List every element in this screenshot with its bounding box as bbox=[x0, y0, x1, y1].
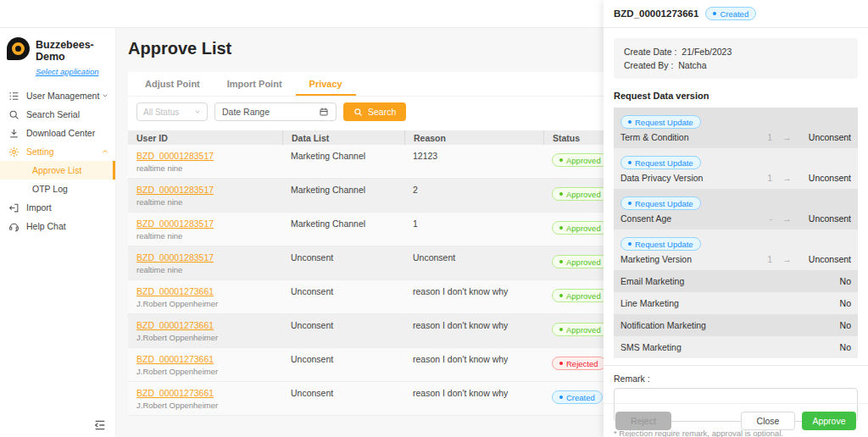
status-badge: Created bbox=[552, 390, 603, 404]
status-dot-icon bbox=[559, 260, 563, 263]
approve-button[interactable]: Approve bbox=[802, 412, 856, 430]
reject-button[interactable]: Reject bbox=[615, 412, 671, 430]
request-item: Request Update Consent Age - Unconsent bbox=[614, 189, 858, 230]
sidebar-item-setting[interactable]: Setting bbox=[0, 142, 115, 161]
status-filter-select[interactable]: All Status bbox=[136, 102, 208, 121]
request-value: No bbox=[840, 298, 851, 308]
arrow-right-icon bbox=[782, 213, 792, 224]
badge-dot-icon bbox=[628, 161, 632, 164]
request-update-badge: Request Update bbox=[620, 237, 701, 251]
request-item: Request Update Term & Condition 1 Uncons… bbox=[614, 108, 858, 148]
request-label: Marketing Version bbox=[620, 254, 765, 264]
column-header: Reason bbox=[404, 130, 543, 145]
user-id-link[interactable]: BZD_00001283517 bbox=[136, 252, 214, 263]
user-id-link[interactable]: BZD_00001283517 bbox=[136, 218, 214, 229]
status-dot-icon bbox=[713, 12, 716, 15]
gear-icon bbox=[8, 147, 19, 158]
sidebar-item-label: Search Serial bbox=[26, 109, 108, 119]
status-badge: Approved bbox=[552, 153, 609, 167]
request-item: Email Marketing No bbox=[614, 270, 858, 292]
request-list: Request Update Term & Condition 1 Uncons… bbox=[614, 108, 858, 358]
user-id-link[interactable]: BZD_00001283517 bbox=[136, 185, 214, 195]
search-button-label: Search bbox=[368, 107, 396, 117]
close-button[interactable]: Close bbox=[741, 412, 795, 430]
reason-cell: reason I don't know why bbox=[404, 348, 543, 381]
data-list-cell: Marketing Channel bbox=[282, 213, 404, 246]
request-update-badge: Request Update bbox=[620, 196, 701, 210]
status-dot-icon bbox=[559, 226, 563, 230]
tab-adjust-point[interactable]: Adjust Point bbox=[131, 72, 214, 96]
request-label: Email Marketing bbox=[620, 276, 840, 286]
badge-dot-icon bbox=[628, 242, 632, 246]
user-id-link[interactable]: BZD_00001273661 bbox=[136, 388, 214, 398]
user-id-link[interactable]: BZD_00001283517 bbox=[136, 151, 214, 161]
new-value: Unconsent bbox=[802, 132, 851, 142]
collapse-sidebar-icon[interactable] bbox=[93, 418, 107, 432]
status-badge: Approved bbox=[552, 187, 609, 201]
user-name: realtime nine bbox=[136, 163, 282, 173]
sidebar-item-otp-log[interactable]: OTP Log bbox=[0, 180, 115, 198]
old-value: - bbox=[765, 213, 772, 224]
chevron-down-icon bbox=[102, 92, 108, 99]
select-application-link[interactable]: Select application bbox=[36, 67, 98, 76]
create-info-box: Create Date : 21/Feb/2023 Created By : N… bbox=[614, 38, 858, 79]
search-icon bbox=[353, 108, 363, 117]
sidebar-item-help-chat[interactable]: Help Chat bbox=[0, 217, 115, 235]
request-label: Term & Condition bbox=[620, 132, 765, 142]
status-badge: Approved bbox=[552, 221, 609, 235]
date-range-value: Date Range bbox=[222, 107, 319, 117]
sidebar-item-download-center[interactable]: Download Center bbox=[0, 124, 115, 142]
request-label: Consent Age bbox=[620, 213, 765, 224]
create-date-label: Create Date : bbox=[624, 47, 676, 57]
request-value: No bbox=[840, 320, 851, 330]
old-value: 1 bbox=[765, 132, 772, 142]
date-range-input[interactable]: Date Range bbox=[214, 102, 337, 121]
user-id-link[interactable]: BZD_00001273661 bbox=[136, 320, 214, 330]
sidebar-item-user-management[interactable]: User Management bbox=[0, 86, 115, 105]
status-dot-icon bbox=[559, 328, 563, 331]
badge-dot-icon bbox=[628, 120, 632, 124]
sidebar-item-import[interactable]: Import bbox=[0, 198, 115, 217]
user-id-link[interactable]: BZD_00001273661 bbox=[136, 354, 214, 364]
status-badge: Approved bbox=[552, 255, 609, 268]
old-value: 1 bbox=[765, 254, 772, 264]
sidebar-item-label: Help Chat bbox=[26, 221, 108, 231]
request-item: Request Update Data Privacy Version 1 Un… bbox=[614, 148, 858, 189]
request-item: Request Update Marketing Version 1 Uncon… bbox=[614, 230, 858, 270]
user-name: J.Robert Oppenheimer bbox=[136, 401, 282, 410]
data-list-cell: Marketing Channel bbox=[282, 179, 404, 212]
status-dot-icon bbox=[559, 192, 563, 196]
reason-cell: 12123 bbox=[404, 145, 543, 178]
sidebar-item-approve-list[interactable]: Approve List bbox=[0, 161, 115, 180]
request-item: SMS Marketing No bbox=[614, 336, 858, 358]
create-date-value: 21/Feb/2023 bbox=[682, 47, 732, 57]
request-item: Line Marketing No bbox=[614, 292, 858, 314]
user-id-link[interactable]: BZD_00001273661 bbox=[136, 286, 214, 296]
import-icon bbox=[8, 202, 19, 213]
chevron-up-icon bbox=[102, 148, 108, 155]
download-icon bbox=[8, 128, 19, 139]
list-icon bbox=[8, 91, 19, 102]
sidebar-item-search-serial[interactable]: Search Serial bbox=[0, 105, 115, 124]
tab-import-point[interactable]: Import Point bbox=[214, 72, 296, 96]
status-filter-value: All Status bbox=[143, 108, 194, 117]
panel-status-badge: Created bbox=[705, 7, 756, 20]
detail-panel: BZD_00001273661 Created Create Date : 21… bbox=[604, 0, 868, 437]
sidebar-item-label: Download Center bbox=[26, 128, 108, 138]
headset-icon bbox=[8, 221, 19, 232]
section-title: Request Data version bbox=[614, 91, 858, 101]
status-badge: Rejected bbox=[552, 357, 606, 370]
request-item: Notification Marketing No bbox=[614, 314, 858, 336]
reason-cell: Unconsent bbox=[404, 246, 543, 279]
request-value: No bbox=[840, 276, 851, 286]
user-name: J.Robert Oppenheimer bbox=[136, 367, 282, 376]
data-list-cell: Unconsent bbox=[282, 280, 404, 313]
column-header: User ID bbox=[136, 130, 282, 145]
arrow-right-icon bbox=[782, 254, 792, 264]
search-button[interactable]: Search bbox=[343, 102, 406, 121]
status-dot-icon bbox=[559, 158, 563, 162]
tab-privacy[interactable]: Privacy bbox=[296, 72, 356, 96]
new-value: Unconsent bbox=[802, 254, 851, 264]
created-by-value: Natcha bbox=[678, 60, 706, 70]
reason-cell: reason I don't know why bbox=[404, 314, 543, 347]
